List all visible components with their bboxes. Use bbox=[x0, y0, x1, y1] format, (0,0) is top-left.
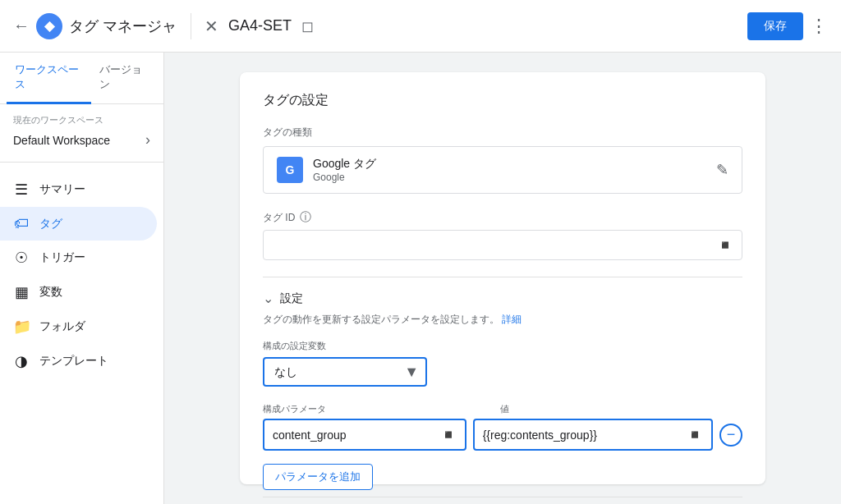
tab-workspace[interactable]: ワークスペース bbox=[7, 53, 91, 104]
param-labels-row: 構成パラメータ 値 bbox=[263, 403, 742, 415]
param-value-col-label: 値 bbox=[500, 403, 742, 415]
sidebar-item-tags-label: タグ bbox=[39, 217, 62, 231]
tab-version[interactable]: バージョン bbox=[91, 53, 157, 104]
sidebar-item-templates[interactable]: ◑ テンプレート bbox=[0, 344, 157, 378]
tags-icon: 🏷 bbox=[13, 215, 30, 232]
sidebar-divider bbox=[0, 162, 163, 163]
workspace-label: 現在のワークスペース bbox=[13, 114, 150, 126]
app-title: タグ マネージャ bbox=[69, 16, 177, 36]
param-name-brick-icon[interactable]: ◾ bbox=[440, 427, 457, 442]
settings-title: 設定 bbox=[280, 291, 303, 306]
close-icon[interactable]: ✕ bbox=[205, 16, 218, 36]
sidebar-nav: ☰ サマリー 🏷 タグ ☉ トリガー ▦ 変数 📁 フォルダ ◑ テンプレート bbox=[0, 169, 163, 382]
sidebar-item-variables-label: 変数 bbox=[39, 285, 62, 300]
tag-type-name: Google タグ bbox=[313, 157, 376, 172]
settings-section: ⌄ 設定 タグの動作を更新する設定パラメータを設定します。 詳細 構成の設定変数… bbox=[263, 277, 742, 490]
tag-type-section-label: タグの種類 bbox=[263, 126, 742, 140]
back-icon[interactable]: ← bbox=[13, 16, 30, 35]
param-name-col-label: 構成パラメータ bbox=[263, 403, 464, 415]
workspace-selector[interactable]: Default Workspace › bbox=[13, 131, 150, 149]
tag-id-brick-icon[interactable]: ◾ bbox=[717, 237, 733, 253]
param-name-input[interactable] bbox=[273, 428, 434, 442]
settings-desc-link[interactable]: 詳細 bbox=[502, 314, 522, 325]
panel-title: タグの設定 bbox=[263, 92, 742, 109]
workspace-section: 現在のワークスペース Default Workspace › bbox=[0, 104, 163, 155]
sidebar-item-templates-label: テンプレート bbox=[39, 354, 108, 369]
tag-id-input[interactable] bbox=[272, 239, 710, 252]
tag-type-sub: Google bbox=[313, 172, 376, 183]
folders-icon: 📁 bbox=[13, 318, 30, 336]
topbar-actions: 保存 ⋮ bbox=[747, 12, 828, 40]
content-area: タグの設定 タグの種類 G Google タグ Google ✎ bbox=[164, 53, 841, 504]
sidebar-item-triggers-label: トリガー bbox=[39, 250, 85, 265]
tag-panel: タグの設定 タグの種類 G Google タグ Google ✎ bbox=[240, 72, 765, 484]
shared-events-section: › 共有イベントの設定 bbox=[263, 497, 742, 504]
config-var-select-wrapper: なし ▼ bbox=[263, 357, 427, 387]
sidebar-item-summary[interactable]: ☰ サマリー bbox=[0, 172, 157, 207]
sidebar-item-folders-label: フォルダ bbox=[39, 319, 85, 334]
save-button[interactable]: 保存 bbox=[747, 12, 803, 40]
tag-name-label: GA4-SET bbox=[228, 17, 292, 34]
workspace-name: Default Workspace bbox=[13, 134, 110, 147]
settings-chevron-icon: ⌄ bbox=[263, 291, 273, 306]
sidebar-item-summary-label: サマリー bbox=[39, 182, 85, 197]
tag-id-input-row: ◾ bbox=[263, 230, 742, 260]
param-row: ◾ ◾ − bbox=[263, 419, 742, 451]
config-var-select[interactable]: なし bbox=[263, 357, 427, 387]
topbar: ← ◆ タグ マネージャ ✕ GA4-SET ◻ 保存 ⋮ bbox=[0, 0, 841, 53]
folder-icon[interactable]: ◻ bbox=[301, 17, 314, 35]
sidebar-item-folders[interactable]: 📁 フォルダ bbox=[0, 309, 157, 344]
edit-tag-type-icon[interactable]: ✎ bbox=[716, 161, 728, 179]
variables-icon: ▦ bbox=[13, 283, 30, 301]
workspace-chevron-icon: › bbox=[145, 131, 150, 149]
google-tag-icon: G bbox=[277, 157, 303, 183]
settings-header[interactable]: ⌄ 設定 bbox=[263, 291, 742, 306]
param-value-field[interactable]: ◾ bbox=[473, 419, 713, 451]
param-name-field[interactable]: ◾ bbox=[263, 419, 466, 451]
tag-type-inner: G Google タグ Google bbox=[277, 157, 376, 183]
sidebar-tabs: ワークスペース バージョン bbox=[0, 53, 163, 104]
templates-icon: ◑ bbox=[13, 352, 30, 370]
settings-desc: タグの動作を更新する設定パラメータを設定します。 詳細 bbox=[263, 313, 742, 327]
tag-type-box[interactable]: G Google タグ Google ✎ bbox=[263, 146, 742, 194]
tag-id-label: タグ ID ⓘ bbox=[263, 210, 742, 225]
remove-param-button[interactable]: − bbox=[719, 424, 742, 447]
tag-id-help-icon[interactable]: ⓘ bbox=[300, 210, 311, 225]
main-layout: ワークスペース バージョン 現在のワークスペース Default Workspa… bbox=[0, 53, 841, 504]
topbar-divider bbox=[191, 13, 191, 39]
tag-id-section: タグ ID ⓘ ◾ bbox=[263, 210, 742, 260]
more-menu-icon[interactable]: ⋮ bbox=[810, 16, 828, 37]
triggers-icon: ☉ bbox=[13, 249, 30, 267]
config-var-label: 構成の設定変数 bbox=[263, 340, 742, 352]
sidebar-item-triggers[interactable]: ☉ トリガー bbox=[0, 241, 157, 275]
gtm-logo: ◆ bbox=[36, 13, 62, 39]
topbar-left: ← ◆ タグ マネージャ bbox=[13, 13, 177, 39]
param-value-brick-icon[interactable]: ◾ bbox=[687, 427, 703, 442]
param-value-input[interactable] bbox=[483, 428, 680, 442]
sidebar-item-tags[interactable]: 🏷 タグ bbox=[0, 207, 157, 241]
sidebar: ワークスペース バージョン 現在のワークスペース Default Workspa… bbox=[0, 53, 164, 504]
tag-type-text: Google タグ Google bbox=[313, 157, 376, 183]
topbar-tag-section: ✕ GA4-SET ◻ bbox=[205, 16, 747, 36]
summary-icon: ☰ bbox=[13, 181, 30, 199]
add-param-button[interactable]: パラメータを追加 bbox=[263, 464, 373, 490]
sidebar-item-variables[interactable]: ▦ 変数 bbox=[0, 275, 157, 309]
